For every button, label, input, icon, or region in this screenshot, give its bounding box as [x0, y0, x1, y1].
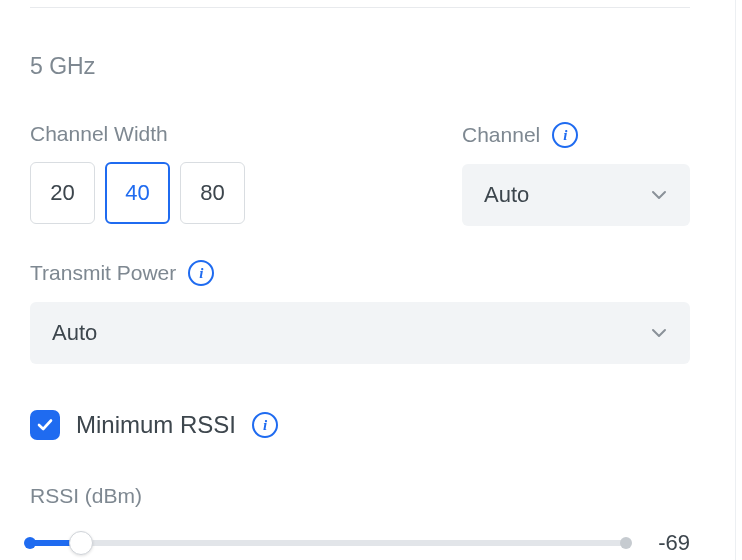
- channel-width-label-text: Channel Width: [30, 122, 168, 146]
- chevron-down-icon: [650, 324, 668, 342]
- info-icon[interactable]: i: [188, 260, 214, 286]
- channel-width-label: Channel Width: [30, 122, 432, 146]
- transmit-power-select-value: Auto: [52, 320, 97, 346]
- channel-width-option-20[interactable]: 20: [30, 162, 95, 224]
- transmit-power-select[interactable]: Auto: [30, 302, 690, 364]
- rssi-value: -69: [644, 530, 690, 556]
- info-icon[interactable]: i: [252, 412, 278, 438]
- slider-thumb[interactable]: [69, 531, 93, 555]
- transmit-power-label-text: Transmit Power: [30, 261, 176, 285]
- channel-width-group: 20 40 80: [30, 162, 432, 224]
- minimum-rssi-label: Minimum RSSI: [76, 411, 236, 439]
- chevron-down-icon: [650, 186, 668, 204]
- rssi-label: RSSI (dBm): [30, 484, 690, 508]
- slider-start-dot: [24, 537, 36, 549]
- channel-select-value: Auto: [484, 182, 529, 208]
- channel-width-option-80[interactable]: 80: [180, 162, 245, 224]
- channel-label-text: Channel: [462, 123, 540, 147]
- transmit-power-label: Transmit Power i: [30, 260, 690, 286]
- minimum-rssi-checkbox[interactable]: [30, 410, 60, 440]
- info-icon[interactable]: i: [552, 122, 578, 148]
- rssi-slider[interactable]: [30, 531, 626, 555]
- channel-select[interactable]: Auto: [462, 164, 690, 226]
- slider-track: [30, 540, 626, 546]
- channel-width-option-40[interactable]: 40: [105, 162, 170, 224]
- slider-end-dot: [620, 537, 632, 549]
- rssi-label-text: RSSI (dBm): [30, 484, 142, 508]
- right-divider: [735, 0, 736, 560]
- section-title-5ghz: 5 GHz: [30, 53, 690, 80]
- top-divider: [30, 0, 690, 8]
- channel-label: Channel i: [462, 122, 690, 148]
